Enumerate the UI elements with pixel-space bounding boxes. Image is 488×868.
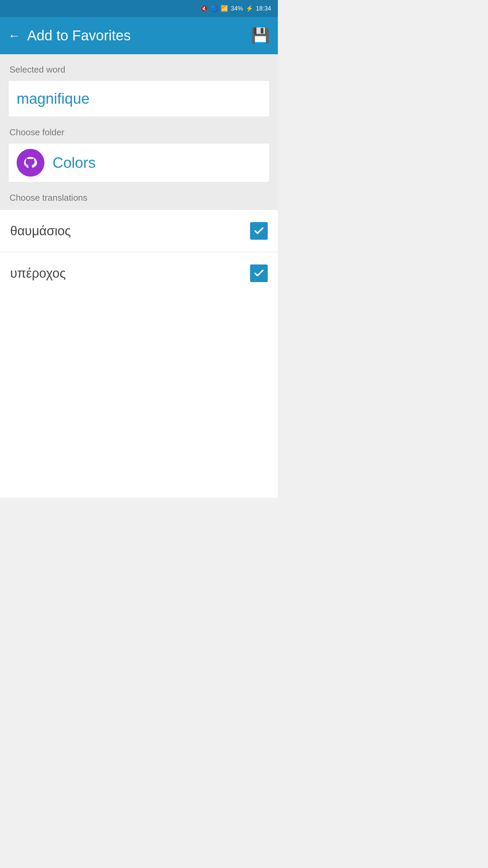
selected-word-label: Selected word xyxy=(9,64,270,75)
content-area: Selected word magnifique Choose folder C… xyxy=(0,54,278,210)
selected-word-box: magnifique xyxy=(8,80,270,117)
palette-icon xyxy=(23,155,38,171)
checkmark-icon-2 xyxy=(253,268,265,279)
signal-icon: 📶 xyxy=(221,5,228,12)
checkmark-icon-1 xyxy=(253,225,265,237)
checkbox-2[interactable] xyxy=(250,264,268,282)
app-bar: ← Add to Favorites 💾 xyxy=(0,17,278,54)
checkbox-1[interactable] xyxy=(250,222,268,240)
translation-text-1: θαυμάσιος xyxy=(10,224,71,238)
choose-translations-label: Choose translations xyxy=(9,193,270,203)
status-icons: 🔇 🔵 📶 34% ⚡ 18:34 xyxy=(200,5,271,12)
clock: 18:34 xyxy=(256,5,271,12)
folder-icon-circle xyxy=(17,149,44,177)
selected-word-value: magnifique xyxy=(17,90,89,107)
app-bar-left: ← Add to Favorites xyxy=(8,27,131,44)
save-button[interactable]: 💾 xyxy=(251,27,270,44)
translation-text-2: υπέροχος xyxy=(10,266,66,281)
back-button[interactable]: ← xyxy=(8,28,20,43)
translation-item-1[interactable]: θαυμάσιος xyxy=(0,210,278,252)
translation-item-2[interactable]: υπέροχος xyxy=(0,252,278,294)
folder-name: Colors xyxy=(53,154,96,171)
charging-icon: ⚡ xyxy=(246,5,253,12)
choose-folder-label: Choose folder xyxy=(9,127,270,138)
empty-area xyxy=(0,294,278,498)
translations-list: θαυμάσιος υπέροχος xyxy=(0,210,278,294)
status-bar: 🔇 🔵 📶 34% ⚡ 18:34 xyxy=(0,0,278,17)
mute-icon: 🔇 xyxy=(200,5,208,12)
bluetooth-icon: 🔵 xyxy=(210,5,218,12)
choose-folder-box[interactable]: Colors xyxy=(8,143,270,182)
battery-level: 34% xyxy=(231,5,243,12)
page-title: Add to Favorites xyxy=(27,27,131,44)
